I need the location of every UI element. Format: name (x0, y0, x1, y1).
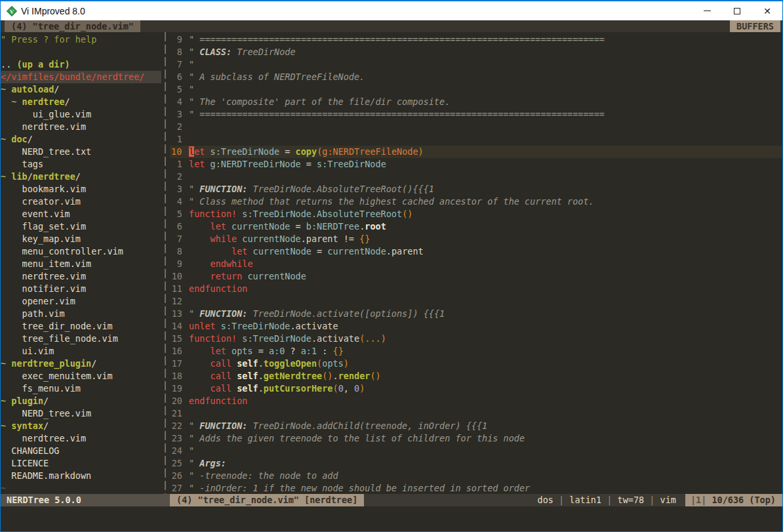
code-line[interactable]: 7" (170, 58, 782, 71)
tree-item[interactable]: ~ nerdtree_plugin/ (1, 358, 161, 370)
titlebar[interactable]: V Vi IMproved 8.0 ✕ (1, 1, 782, 20)
code-line[interactable]: 14unlet s:TreeDirNode.activate (170, 320, 782, 333)
code-line[interactable]: 13" FUNCTION: TreeDirNode.activate([opti… (170, 308, 782, 320)
minimize-button[interactable] (692, 1, 722, 20)
tab-tree-dir-node[interactable]: (4) "tree_dir_node.vim" (5, 20, 140, 32)
tree-item[interactable]: key_map.vim (1, 233, 161, 245)
tree-item[interactable]: event.vim (1, 208, 161, 220)
tree-item[interactable]: path.vim (1, 308, 161, 320)
code-line[interactable]: 7 while currentNode.parent != {} (170, 233, 782, 245)
code-line[interactable]: 23" Adds the given treenode to the list … (170, 432, 782, 445)
tree-item[interactable]: ~ plugin/ (1, 395, 161, 407)
code-line[interactable]: 18 call self.getNerdtree().render() (170, 370, 782, 382)
maximize-icon (734, 8, 740, 14)
statusline: NERDTree 5.0.0 (4) "tree_dir_node.vim" [… (1, 494, 782, 506)
line-number: 20 (170, 395, 187, 407)
code-line[interactable]: 17 call self.toggleOpen(opts) (170, 358, 782, 370)
line-number: 6 (170, 71, 187, 83)
tree-item[interactable]: ui_glue.vim (1, 108, 161, 121)
code-line[interactable]: 22" FUNCTION: TreeDirNode.addChild(treen… (170, 420, 782, 432)
code-line[interactable]: 9 endwhile (170, 258, 782, 270)
line-number: 3 (170, 183, 187, 195)
code-line[interactable]: 5function! s:TreeDirNode.AbsoluteTreeRoo… (170, 208, 782, 220)
tree-item[interactable]: exec_menuitem.vim (1, 370, 161, 382)
tree-item[interactable] (1, 46, 161, 58)
code-line[interactable]: 26" -treenode: the node to add (170, 470, 782, 482)
window-controls: ✕ (692, 1, 782, 20)
code-line[interactable]: 4" The 'composite' part of the file/dir … (170, 96, 782, 108)
tree-item[interactable]: nerdtree.vim (1, 432, 161, 445)
code-line[interactable]: 4" Class method that returns the highest… (170, 195, 782, 208)
tree-item[interactable]: ~ lib/nerdtree/ (1, 171, 161, 183)
tree-item[interactable]: LICENCE (1, 457, 161, 470)
statusline-nerdtree-version: NERDTree 5.0.0 (1, 494, 170, 506)
code-line[interactable]: 1let g:NERDTreeDirNode = s:TreeDirNode (170, 158, 782, 171)
vim-window: V Vi IMproved 8.0 ✕ (4) "tree_dir_node.v… (0, 0, 783, 532)
status-flag: tw=78 (618, 495, 645, 505)
tree-item[interactable]: tags (1, 158, 161, 171)
window-separator[interactable] (161, 32, 170, 494)
code-line[interactable]: 16 let opts = a:0 ? a:1 : {} (170, 345, 782, 358)
statusline-flags: dos | latin1 | tw=78 | vim (364, 494, 685, 506)
tree-item[interactable]: nerdtree.vim (1, 270, 161, 283)
code-line[interactable]: 21 (170, 407, 782, 420)
editor-pane[interactable]: 9" =====================================… (170, 32, 782, 494)
code-line[interactable]: 25" Args: (170, 457, 782, 470)
line-number: 1 (170, 158, 187, 171)
code-line[interactable]: 2 (170, 121, 782, 133)
code-line[interactable]: 19 call self.putCursorHere(0, 0) (170, 382, 782, 395)
nerdtree-sidebar[interactable]: " Press ? for help.. (up a dir)</vimfile… (1, 32, 161, 494)
tree-item[interactable]: ui.vim (1, 345, 161, 358)
tree-item[interactable]: ~ nerdtree/ (1, 96, 161, 108)
tree-item[interactable]: flag_set.vim (1, 220, 161, 233)
line-number: 13 (170, 308, 187, 320)
code-line[interactable]: 8 let currentNode = currentNode.parent (170, 245, 782, 258)
tree-item[interactable]: README.markdown (1, 470, 161, 482)
tree-item[interactable]: " Press ? for help (1, 33, 161, 46)
code-line-current[interactable]: 10let s:TreeDirNode = copy(g:NERDTreeFil… (170, 146, 782, 158)
code-line[interactable]: 2 (170, 171, 782, 183)
code-line[interactable]: 5" (170, 83, 782, 96)
tree-item[interactable]: fs_menu.vim (1, 382, 161, 395)
code-line[interactable]: 3" =====================================… (170, 108, 782, 121)
code-line[interactable]: 20endfunction (170, 395, 782, 407)
tree-item[interactable]: ~ autoload/ (1, 83, 161, 96)
tree-item[interactable]: creator.vim (1, 195, 161, 208)
tree-item[interactable]: CHANGELOG (1, 445, 161, 457)
code-line[interactable]: 6" A subclass of NERDTreeFileNode. (170, 71, 782, 83)
code-line[interactable]: 15function! s:TreeDirNode.activate(...) (170, 333, 782, 345)
code-line[interactable]: 11endfunction (170, 283, 782, 295)
tree-item[interactable]: ~ doc/ (1, 133, 161, 146)
command-line (1, 506, 782, 531)
code-line[interactable]: 6 let currentNode = b:NERDTree.root (170, 220, 782, 233)
code-line[interactable]: 24" (170, 445, 782, 457)
line-number: 27 (170, 482, 187, 494)
tree-item[interactable]: menu_controller.vim (1, 245, 161, 258)
close-button[interactable]: ✕ (752, 1, 782, 20)
tree-item[interactable]: tree_dir_node.vim (1, 320, 161, 333)
tree-item[interactable]: ~ syntax/ (1, 420, 161, 432)
tree-item[interactable]: bookmark.vim (1, 183, 161, 195)
line-number: 22 (170, 420, 187, 432)
tree-item[interactable]: nerdtree.vim (1, 121, 161, 133)
tree-item[interactable]: NERD_tree.vim (1, 407, 161, 420)
tree-item[interactable]: tree_file_node.vim (1, 333, 161, 345)
code-line[interactable]: 3" FUNCTION: TreeDirNode.AbsoluteTreeRoo… (170, 183, 782, 195)
code-line[interactable]: 9" =====================================… (170, 33, 782, 46)
tree-item[interactable]: opener.vim (1, 295, 161, 308)
tree-item[interactable]: .. (up a dir) (1, 58, 161, 71)
tree-item[interactable]: notifier.vim (1, 283, 161, 295)
tree-item[interactable]: menu_item.vim (1, 258, 161, 270)
buffers-label[interactable]: BUFFERS (730, 20, 780, 32)
code-line[interactable]: 12 (170, 295, 782, 308)
tree-item[interactable]: ~ (1, 482, 161, 494)
code-line[interactable]: 10 return currentNode (170, 270, 782, 283)
code-line[interactable]: 27" -inOrder: 1 if the new node should b… (170, 482, 782, 494)
code-line[interactable]: 8" CLASS: TreeDirNode (170, 46, 782, 58)
code-line[interactable]: 1 (170, 133, 782, 146)
line-number: 6 (170, 220, 187, 233)
tree-item[interactable]: </vimfiles/bundle/nerdtree/ (1, 71, 161, 83)
maximize-button[interactable] (722, 1, 752, 20)
tree-item[interactable]: NERD_tree.txt (1, 146, 161, 158)
line-number: 12 (170, 295, 187, 308)
